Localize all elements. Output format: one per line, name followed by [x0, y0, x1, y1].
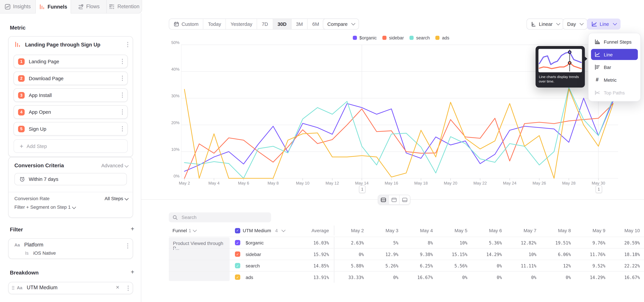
table-header: Funnel 1 ✓ UTM Medium 4 Average May 2May…: [169, 226, 644, 236]
series-line-$organic[interactable]: [184, 98, 613, 171]
query-builder-sidebar: Metric Landing Page through Sign Up 1Lan…: [0, 13, 141, 302]
report-canvas: CustomTodayYesterday7D30D3M6M12M Compare…: [141, 0, 644, 302]
breakdown-column-header[interactable]: ✓ UTM Medium 4: [230, 226, 291, 236]
value-cell: 2.63%: [334, 237, 369, 248]
step-kebab-menu[interactable]: [120, 108, 124, 116]
add-step-button[interactable]: + Add Step: [14, 139, 128, 153]
bar-chart-icon: [594, 64, 600, 70]
funnel-step-row[interactable]: 4App Open: [14, 105, 128, 119]
date-column-header[interactable]: May 5: [438, 226, 472, 236]
range-yesterday[interactable]: Yesterday: [226, 19, 257, 29]
step-kebab-menu[interactable]: [120, 74, 124, 82]
add-breakdown-button[interactable]: +: [131, 269, 134, 275]
value-cell: 9.76%: [576, 237, 610, 248]
conversion-rate-dropdown[interactable]: All Steps: [105, 196, 128, 201]
range-30d[interactable]: 30D: [273, 19, 292, 29]
compare-button[interactable]: Compare: [323, 18, 359, 30]
series-checkbox[interactable]: ✓: [235, 252, 240, 257]
chart-only-view-button[interactable]: [389, 195, 400, 204]
series-name: search: [246, 263, 260, 268]
value-cell: 16.67%: [403, 272, 438, 283]
step-kebab-menu[interactable]: [120, 58, 124, 65]
select-all-checkbox[interactable]: ✓: [235, 228, 240, 233]
menu-item-line[interactable]: Line: [591, 49, 638, 60]
date-column-header[interactable]: May 8: [541, 226, 576, 236]
breakdown-card[interactable]: Aa UTM Medium ✕: [8, 282, 133, 294]
granularity-day-button[interactable]: Day: [563, 18, 588, 30]
menu-item-metric[interactable]: #Metric: [591, 74, 638, 86]
add-filter-button[interactable]: +: [131, 226, 134, 232]
range-6m[interactable]: 6M: [308, 19, 324, 29]
value-cell: 12.82%: [507, 237, 541, 248]
legend-item[interactable]: sidebar: [382, 36, 404, 40]
filter-card[interactable]: Aa Platform Is iOS Native: [8, 238, 133, 259]
range-today[interactable]: Today: [204, 19, 226, 29]
funnel-step-row[interactable]: 3App Install: [14, 88, 128, 102]
tab-funnels[interactable]: Funnels: [36, 0, 71, 14]
date-column-header[interactable]: May 3: [369, 226, 403, 236]
date-column-header[interactable]: May 4: [403, 226, 438, 236]
split-view-button[interactable]: [378, 195, 389, 204]
average-column-header[interactable]: Average: [291, 226, 334, 236]
range-7d[interactable]: 7D: [257, 19, 273, 29]
chart-legend: $organicsidebarsearchads: [353, 36, 450, 40]
conversion-window-button[interactable]: Within 7 days: [14, 173, 127, 185]
funnel-step-row[interactable]: 5Sign Up: [14, 122, 128, 136]
date-column-header[interactable]: May 7: [507, 226, 541, 236]
series-checkbox[interactable]: ✓: [235, 274, 240, 280]
table-search[interactable]: [169, 212, 271, 222]
step-label: App Install: [29, 92, 120, 98]
date-column-header[interactable]: May 6: [472, 226, 507, 236]
breakdown-kebab-menu[interactable]: [126, 284, 130, 292]
funnel-column-header[interactable]: Funnel 1: [169, 226, 230, 236]
range-3m[interactable]: 3M: [292, 19, 308, 29]
tab-retention[interactable]: Retention: [107, 0, 142, 13]
filter-kebab-menu[interactable]: [126, 242, 130, 250]
metric-heading: Metric: [10, 25, 26, 31]
funnel-spacer-cell: [169, 249, 230, 260]
funnel-title[interactable]: Landing Page through Sign Up: [25, 42, 100, 48]
funnel-step-row[interactable]: 2Download Page: [14, 72, 128, 85]
filter-operator[interactable]: Is: [25, 251, 28, 256]
legend-item[interactable]: ads: [436, 36, 450, 40]
value-cell: 5%: [369, 237, 403, 248]
legend-item[interactable]: search: [410, 36, 430, 40]
menu-item-bar[interactable]: Bar: [591, 62, 638, 73]
series-line-sidebar[interactable]: [184, 104, 613, 178]
annotation-badge[interactable]: 1: [359, 185, 366, 193]
advanced-dropdown[interactable]: Advanced: [101, 163, 128, 168]
conversion-window-label: Within 7 days: [29, 176, 58, 182]
series-line-search[interactable]: [184, 88, 613, 178]
filter-segment-dropdown[interactable]: Filter + Segment on Step 1: [14, 205, 75, 210]
legend-item[interactable]: $organic: [353, 36, 377, 40]
funnel-kebab-menu[interactable]: [126, 40, 130, 48]
annotation-badge[interactable]: 1: [596, 185, 602, 193]
date-column-header[interactable]: May 2: [334, 226, 369, 236]
y-tick-label: 30%: [165, 94, 180, 98]
value-cell: 14.29%: [472, 249, 507, 260]
table-only-view-button[interactable]: [400, 195, 410, 204]
tab-label: Funnels: [48, 4, 67, 10]
value-cell: 0%: [369, 272, 403, 283]
step-kebab-menu[interactable]: [120, 91, 124, 99]
chart-type-line-button[interactable]: Line: [587, 18, 620, 30]
step-kebab-menu[interactable]: [120, 125, 124, 132]
series-checkbox[interactable]: ✓: [235, 263, 240, 268]
series-checkbox[interactable]: ✓: [235, 240, 240, 245]
funnel-step-row[interactable]: 1Landing Page: [14, 55, 128, 68]
date-column-header[interactable]: May 10: [610, 226, 644, 236]
filter-value[interactable]: iOS Native: [33, 250, 56, 255]
tab-insights[interactable]: Insights: [0, 0, 36, 13]
menu-item-funnel-steps[interactable]: Funnel Steps: [591, 36, 638, 47]
scale-linear-button[interactable]: Linear: [526, 18, 564, 30]
date-column-header[interactable]: May 9: [576, 226, 610, 236]
remove-breakdown-icon[interactable]: ✕: [116, 285, 120, 290]
app-window: Insights Funnels Flows Retention Metric: [0, 0, 644, 302]
step-label: Sign Up: [29, 126, 120, 132]
series-name: ads: [246, 275, 253, 280]
value-cell: 0%: [541, 272, 576, 283]
range-custom[interactable]: Custom: [169, 19, 204, 29]
drag-handle-icon[interactable]: [12, 286, 15, 290]
search-input[interactable]: [181, 214, 268, 220]
tab-flows[interactable]: Flows: [71, 0, 107, 13]
